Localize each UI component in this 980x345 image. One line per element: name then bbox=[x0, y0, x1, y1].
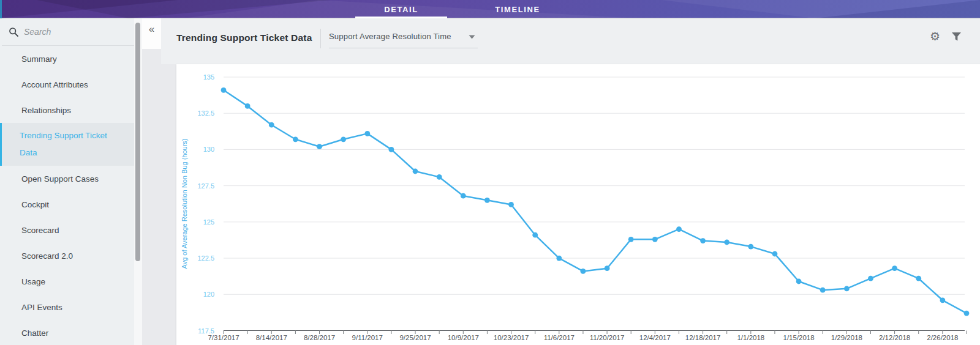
data-point[interactable] bbox=[964, 311, 970, 316]
chevron-down-icon bbox=[469, 35, 475, 39]
data-point[interactable] bbox=[269, 122, 274, 128]
data-point[interactable] bbox=[916, 276, 921, 281]
data-point[interactable] bbox=[461, 193, 466, 199]
x-tick-label: 8/14/2017 bbox=[256, 334, 287, 341]
data-point[interactable] bbox=[484, 198, 490, 203]
y-tick-label: 132.5 bbox=[197, 109, 214, 117]
x-tick-label: 1/29/2018 bbox=[831, 334, 862, 341]
metric-dropdown[interactable]: Support Average Resolution Time bbox=[329, 31, 478, 48]
sidebar-scrollbar-track[interactable] bbox=[134, 18, 142, 345]
gear-icon[interactable]: ⚙ bbox=[930, 31, 940, 42]
data-point[interactable] bbox=[652, 237, 658, 242]
data-point[interactable] bbox=[221, 87, 227, 93]
sidebar-item-cockpit[interactable]: Cockpit bbox=[0, 191, 135, 217]
data-point[interactable] bbox=[796, 279, 802, 284]
data-point[interactable] bbox=[892, 265, 897, 271]
sidebar-item-relationships[interactable]: Relationships bbox=[0, 97, 135, 123]
data-point[interactable] bbox=[532, 232, 538, 238]
data-point[interactable] bbox=[724, 240, 729, 245]
sidebar-nav: SummaryAccount AttributesRelationshipsTr… bbox=[0, 46, 135, 345]
x-tick-label: 2/12/2018 bbox=[879, 334, 910, 341]
data-point[interactable] bbox=[508, 202, 514, 207]
data-point[interactable] bbox=[341, 136, 346, 142]
top-tabs: DETAILTIMELINE bbox=[355, 0, 564, 18]
x-tick-label: 11/20/2017 bbox=[590, 334, 625, 341]
x-tick-label: 2/26/2018 bbox=[927, 334, 958, 341]
data-point[interactable] bbox=[605, 265, 610, 271]
data-point[interactable] bbox=[844, 286, 850, 291]
search-icon bbox=[9, 27, 19, 37]
sidebar-item-scorecard[interactable]: Scorecard bbox=[0, 217, 135, 243]
data-point[interactable] bbox=[820, 288, 826, 293]
sidebar-item-scorecard-2-0[interactable]: Scorecard 2.0 bbox=[0, 243, 135, 269]
data-point[interactable] bbox=[245, 103, 251, 109]
data-point[interactable] bbox=[317, 144, 322, 149]
x-tick-label: 7/31/2017 bbox=[208, 334, 239, 341]
x-tick-label: 8/28/2017 bbox=[304, 334, 335, 341]
data-point[interactable] bbox=[628, 237, 634, 242]
sidebar-collapse-button[interactable]: « bbox=[142, 18, 161, 49]
data-point[interactable] bbox=[772, 251, 778, 257]
x-tick-label: 10/23/2017 bbox=[494, 334, 529, 341]
data-point[interactable] bbox=[700, 238, 706, 243]
x-tick-label: 11/6/2017 bbox=[544, 334, 575, 341]
sidebar-item-open-support-cases[interactable]: Open Support Cases bbox=[0, 166, 135, 191]
data-point[interactable] bbox=[389, 147, 394, 152]
content-header: Trending Support Ticket Data Support Ave… bbox=[161, 18, 980, 64]
x-tick-label: 9/11/2017 bbox=[352, 334, 383, 341]
tab-detail[interactable]: DETAIL bbox=[355, 0, 447, 18]
sidebar-scrollbar-thumb[interactable] bbox=[135, 23, 140, 261]
x-tick-label: 10/9/2017 bbox=[448, 334, 479, 341]
data-point[interactable] bbox=[748, 244, 753, 250]
data-point[interactable] bbox=[581, 269, 586, 274]
search-input[interactable] bbox=[24, 27, 116, 37]
sidebar-item-api-events[interactable]: API Events bbox=[0, 294, 135, 320]
data-point[interactable] bbox=[437, 174, 442, 180]
x-tick-label: 1/1/2018 bbox=[737, 334, 764, 341]
metric-dropdown-value: Support Average Resolution Time bbox=[329, 32, 451, 41]
line-chart: 135132.5130127.5125122.5120117.5Avg of A… bbox=[176, 64, 980, 345]
sidebar-item-account-attributes[interactable]: Account Attributes bbox=[0, 72, 135, 97]
collapse-chevrons-icon: « bbox=[149, 23, 154, 35]
dropdown-underline bbox=[329, 48, 478, 48]
sidebar: SummaryAccount AttributesRelationshipsTr… bbox=[0, 18, 142, 345]
sidebar-item-usage[interactable]: Usage bbox=[0, 269, 135, 294]
y-tick-label: 122.5 bbox=[197, 254, 214, 262]
y-tick-label: 130 bbox=[203, 146, 214, 153]
series-line bbox=[224, 90, 967, 313]
y-tick-label: 127.5 bbox=[197, 182, 214, 190]
x-tick-label: 12/18/2017 bbox=[685, 334, 721, 341]
x-tick-label: 9/25/2017 bbox=[399, 334, 431, 341]
sidebar-item-summary[interactable]: Summary bbox=[0, 46, 135, 72]
filter-icon[interactable] bbox=[951, 32, 962, 42]
sidebar-search bbox=[2, 18, 142, 46]
tab-timeline[interactable]: TIMELINE bbox=[472, 0, 564, 18]
sidebar-item-trending-support-ticket-data[interactable]: Trending Support Ticket Data bbox=[0, 123, 135, 166]
data-point[interactable] bbox=[940, 297, 946, 303]
page-title: Trending Support Ticket Data bbox=[176, 32, 312, 43]
chart-card: 135132.5130127.5125122.5120117.5Avg of A… bbox=[176, 64, 980, 345]
data-point[interactable] bbox=[413, 169, 418, 174]
header-divider bbox=[320, 29, 321, 48]
data-point[interactable] bbox=[293, 136, 298, 142]
data-point[interactable] bbox=[556, 256, 562, 261]
y-tick-label: 120 bbox=[203, 291, 214, 298]
data-point[interactable] bbox=[868, 276, 873, 281]
y-tick-label: 117.5 bbox=[198, 327, 214, 335]
y-tick-label: 125 bbox=[203, 218, 214, 226]
y-tick-label: 135 bbox=[203, 73, 214, 81]
y-axis-title: Avg of Average Resolution Non Bug (hours… bbox=[181, 138, 188, 269]
sidebar-item-chatter[interactable]: Chatter bbox=[0, 320, 135, 345]
x-tick-label: 12/4/2017 bbox=[639, 334, 671, 341]
x-tick-label: 1/15/2018 bbox=[783, 334, 815, 341]
top-nav-bar: DETAILTIMELINE bbox=[0, 0, 980, 18]
data-point[interactable] bbox=[676, 226, 682, 232]
data-point[interactable] bbox=[364, 131, 370, 136]
